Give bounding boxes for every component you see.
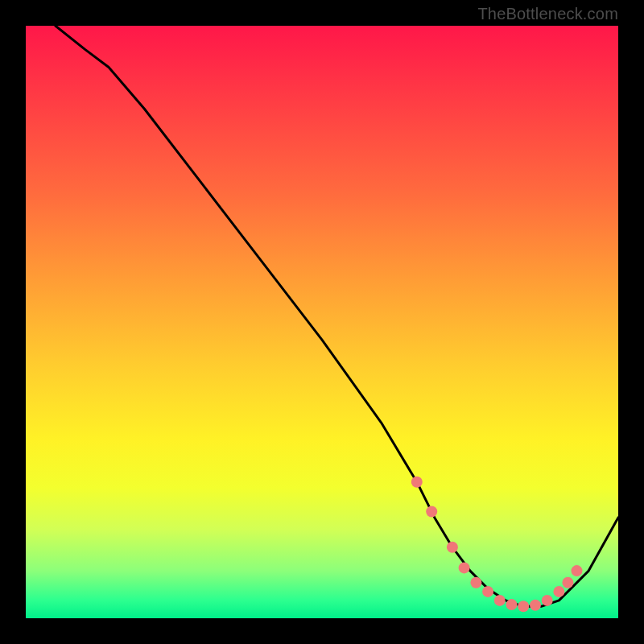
curve-marker: [411, 477, 423, 488]
curve-marker: [426, 506, 437, 518]
curve-marker: [572, 565, 583, 576]
curve-marker: [482, 586, 493, 597]
bottleneck-curve: [56, 26, 618, 606]
plot-area: [26, 26, 618, 618]
curve-markers: [411, 477, 583, 613]
curve-layer: [26, 26, 618, 618]
curve-marker: [506, 599, 518, 610]
curve-marker: [553, 586, 564, 597]
curve-marker: [459, 562, 470, 573]
curve-marker: [447, 542, 458, 553]
curve-marker: [530, 600, 541, 611]
curve-marker: [542, 595, 553, 606]
curve-marker: [494, 595, 506, 606]
chart-frame: TheBottleneck.com: [0, 0, 644, 644]
watermark-text: TheBottleneck.com: [477, 5, 618, 23]
curve-marker: [518, 601, 529, 612]
curve-marker: [470, 577, 481, 588]
curve-marker: [562, 577, 573, 588]
